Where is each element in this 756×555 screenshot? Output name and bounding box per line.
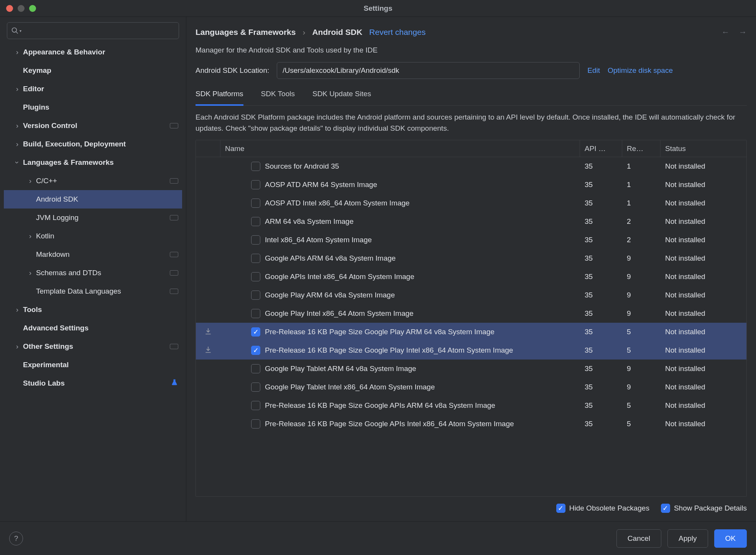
package-name: Google Play ARM 64 v8a System Image bbox=[265, 291, 395, 299]
column-api[interactable]: API … bbox=[580, 140, 622, 157]
sidebar-item-schemas-and-dtds[interactable]: ›Schemas and DTDs bbox=[4, 264, 182, 282]
sidebar-item-appearance-behavior[interactable]: ›Appearance & Behavior bbox=[4, 43, 182, 61]
optimize-disk-space-link[interactable]: Optimize disk space bbox=[608, 66, 673, 75]
dialog-footer: ? Cancel Apply OK bbox=[0, 521, 756, 555]
package-checkbox[interactable] bbox=[251, 401, 260, 410]
sidebar-item-plugins[interactable]: Plugins bbox=[4, 98, 182, 117]
sidebar-item-label: Advanced Settings bbox=[23, 324, 178, 332]
table-row[interactable]: Google Play Tablet Intel x86_64 Atom Sys… bbox=[196, 378, 746, 396]
tab-sdk-tools[interactable]: SDK Tools bbox=[261, 90, 295, 105]
package-name: Google APIs ARM 64 v8a System Image bbox=[265, 254, 396, 263]
show-package-details-checkbox[interactable]: ✓ Show Package Details bbox=[661, 504, 747, 513]
download-icon bbox=[204, 327, 212, 335]
package-status: Not installed bbox=[661, 401, 746, 410]
table-row[interactable]: Google Play Intel x86_64 Atom System Ima… bbox=[196, 304, 746, 323]
package-status: Not installed bbox=[661, 236, 746, 244]
package-checkbox[interactable] bbox=[251, 309, 260, 318]
sidebar-item-experimental[interactable]: Experimental bbox=[4, 356, 182, 374]
sidebar-item-editor[interactable]: ›Editor bbox=[4, 80, 182, 98]
package-name: Intel x86_64 Atom System Image bbox=[265, 236, 372, 244]
package-revision: 9 bbox=[622, 291, 661, 299]
sidebar-item-label: Android SDK bbox=[36, 195, 178, 204]
package-checkbox[interactable]: ✓ bbox=[251, 346, 260, 355]
table-row[interactable]: Google APIs ARM 64 v8a System Image359No… bbox=[196, 249, 746, 268]
sidebar-item-kotlin[interactable]: ›Kotlin bbox=[4, 227, 182, 245]
cancel-button[interactable]: Cancel bbox=[616, 529, 661, 548]
package-checkbox[interactable] bbox=[251, 419, 260, 429]
table-row[interactable]: Intel x86_64 Atom System Image352Not ins… bbox=[196, 231, 746, 249]
package-name: Google APIs Intel x86_64 Atom System Ima… bbox=[265, 273, 414, 281]
package-checkbox[interactable] bbox=[251, 254, 260, 263]
table-row[interactable]: Pre-Release 16 KB Page Size Google APIs … bbox=[196, 415, 746, 433]
table-row[interactable]: ✓Pre-Release 16 KB Page Size Google Play… bbox=[196, 341, 746, 360]
sidebar-item-studio-labs[interactable]: Studio Labs bbox=[4, 374, 182, 392]
column-name[interactable]: Name bbox=[220, 140, 580, 157]
sidebar-item-advanced-settings[interactable]: Advanced Settings bbox=[4, 319, 182, 337]
svg-line-1 bbox=[16, 32, 18, 34]
table-row[interactable]: ✓Pre-Release 16 KB Page Size Google Play… bbox=[196, 323, 746, 341]
table-row[interactable]: Sources for Android 35351Not installed bbox=[196, 157, 746, 176]
package-checkbox[interactable] bbox=[251, 162, 260, 171]
table-row[interactable]: Google APIs Intel x86_64 Atom System Ima… bbox=[196, 268, 746, 286]
sidebar-item-version-control[interactable]: ›Version Control bbox=[4, 117, 182, 135]
settings-tree: ›Appearance & BehaviorKeymap›EditorPlugi… bbox=[4, 43, 182, 521]
help-button[interactable]: ? bbox=[9, 532, 23, 545]
sidebar-item-keymap[interactable]: Keymap bbox=[4, 61, 182, 80]
nav-back-icon[interactable]: ← bbox=[721, 28, 730, 37]
nav-forward-icon[interactable]: → bbox=[739, 28, 747, 37]
sdk-location-input[interactable] bbox=[277, 62, 580, 79]
sidebar-item-label: Build, Execution, Deployment bbox=[23, 140, 178, 148]
column-revision[interactable]: Re… bbox=[622, 140, 661, 157]
sdk-tabs: SDK PlatformsSDK ToolsSDK Update Sites bbox=[196, 90, 747, 106]
table-row[interactable]: Pre-Release 16 KB Page Size Google APIs … bbox=[196, 396, 746, 415]
package-api: 35 bbox=[580, 236, 622, 244]
sdk-location-label: Android SDK Location: bbox=[196, 66, 269, 75]
package-name: AOSP ATD Intel x86_64 Atom System Image bbox=[265, 199, 409, 207]
package-revision: 9 bbox=[622, 365, 661, 373]
sidebar-item-other-settings[interactable]: ›Other Settings bbox=[4, 337, 182, 356]
package-checkbox[interactable] bbox=[251, 217, 260, 226]
sidebar-item-markdown[interactable]: Markdown bbox=[4, 245, 182, 264]
table-row[interactable]: AOSP ATD Intel x86_64 Atom System Image3… bbox=[196, 194, 746, 212]
chevron-right-icon: › bbox=[12, 122, 23, 130]
revert-changes-link[interactable]: Revert changes bbox=[369, 28, 426, 37]
sidebar-item-jvm-logging[interactable]: JVM Logging bbox=[4, 209, 182, 227]
tab-sdk-update-sites[interactable]: SDK Update Sites bbox=[312, 90, 371, 105]
package-checkbox[interactable] bbox=[251, 272, 260, 281]
sidebar-item-tools[interactable]: ›Tools bbox=[4, 300, 182, 319]
package-checkbox[interactable] bbox=[251, 199, 260, 208]
table-row[interactable]: Google Play Tablet ARM 64 v8a System Ima… bbox=[196, 360, 746, 378]
package-name: Pre-Release 16 KB Page Size Google APIs … bbox=[265, 420, 514, 428]
sidebar-item-languages-frameworks[interactable]: ›Languages & Frameworks bbox=[4, 153, 182, 172]
sidebar-item-template-data-languages[interactable]: Template Data Languages bbox=[4, 282, 182, 300]
table-row[interactable]: Google Play ARM 64 v8a System Image359No… bbox=[196, 286, 746, 304]
apply-button[interactable]: Apply bbox=[667, 529, 708, 548]
package-checkbox[interactable] bbox=[251, 383, 260, 392]
hide-obsolete-checkbox[interactable]: ✓ Hide Obsolete Packages bbox=[556, 504, 649, 513]
sidebar-item-label: Languages & Frameworks bbox=[23, 158, 178, 167]
table-row[interactable]: ARM 64 v8a System Image352Not installed bbox=[196, 212, 746, 231]
table-row[interactable]: AOSP ATD ARM 64 System Image351Not insta… bbox=[196, 176, 746, 194]
package-checkbox[interactable] bbox=[251, 364, 260, 373]
tab-sdk-platforms[interactable]: SDK Platforms bbox=[196, 90, 243, 106]
sidebar-item-label: Appearance & Behavior bbox=[23, 48, 178, 56]
package-checkbox[interactable]: ✓ bbox=[251, 327, 260, 337]
sidebar-search-input[interactable]: ▾ bbox=[7, 22, 179, 39]
sidebar-item-android-sdk[interactable]: Android SDK bbox=[4, 190, 182, 209]
sidebar-item-build-execution-deployment[interactable]: ›Build, Execution, Deployment bbox=[4, 135, 182, 153]
svg-point-0 bbox=[12, 28, 17, 33]
sidebar-item-label: Experimental bbox=[23, 361, 178, 369]
package-api: 35 bbox=[580, 420, 622, 428]
column-status[interactable]: Status bbox=[661, 140, 746, 157]
package-api: 35 bbox=[580, 254, 622, 263]
chevron-right-icon: › bbox=[12, 140, 23, 148]
sidebar-item-label: C/C++ bbox=[36, 177, 170, 185]
package-checkbox[interactable] bbox=[251, 180, 260, 189]
window-title: Settings bbox=[0, 4, 756, 13]
sidebar-item-c-c-[interactable]: ›C/C++ bbox=[4, 172, 182, 190]
project-badge-icon bbox=[170, 289, 178, 294]
package-checkbox[interactable] bbox=[251, 291, 260, 300]
edit-sdk-location-link[interactable]: Edit bbox=[587, 66, 600, 75]
package-checkbox[interactable] bbox=[251, 235, 260, 245]
ok-button[interactable]: OK bbox=[714, 529, 747, 548]
